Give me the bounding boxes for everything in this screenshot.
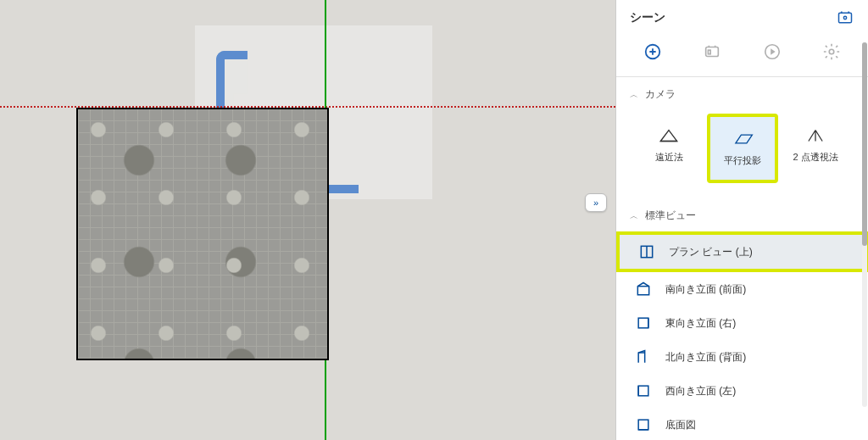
view-right[interactable]: 東向き立面 (右) (616, 306, 868, 340)
camera-mode-perspective[interactable]: 遠近法 (633, 114, 704, 176)
back-view-icon (635, 348, 652, 365)
view-label: 南向き立面 (前面) (665, 282, 746, 297)
section-camera-title: カメラ (645, 87, 676, 102)
panel-title: シーン (630, 10, 665, 25)
chevron-up-icon: ︿ (630, 210, 638, 222)
section-views-title: 標準ビュー (645, 209, 696, 223)
scenes-panel: シーン ︿ (615, 0, 868, 440)
chevron-right-double-icon: » (593, 198, 598, 208)
right-view-icon (635, 315, 652, 331)
svg-point-6 (829, 49, 834, 54)
front-view-icon (635, 281, 652, 298)
camera-mode-label: 2 点透視法 (793, 151, 837, 164)
svg-rect-4 (709, 50, 711, 54)
svg-rect-0 (839, 13, 852, 23)
plan-view-icon (638, 243, 655, 260)
model-viewport[interactable]: » (0, 0, 615, 440)
scenes-window-icon[interactable] (836, 8, 854, 27)
section-camera-header[interactable]: ︿ カメラ (616, 77, 868, 110)
view-bottom[interactable]: 底面図 (616, 408, 868, 440)
bottom-view-icon (635, 416, 652, 433)
chevron-up-icon: ︿ (630, 89, 638, 101)
panel-header: シーン (616, 0, 868, 34)
section-views-header[interactable]: ︿ 標準ビュー (616, 198, 868, 231)
view-label: 底面図 (665, 418, 696, 432)
left-view-icon (635, 382, 652, 399)
view-front[interactable]: 南向き立面 (前面) (616, 272, 868, 306)
svg-rect-10 (638, 420, 648, 430)
view-plan-top[interactable]: プラン ビュー (上) (616, 231, 868, 272)
panel-actions (616, 34, 868, 77)
camera-mode-two-point[interactable]: 2 点透視法 (780, 114, 851, 176)
panel-collapse-button[interactable]: » (585, 193, 607, 212)
camera-mode-label: 平行投影 (724, 154, 761, 167)
model-image[interactable] (76, 108, 329, 360)
view-label: 西向き立面 (左) (665, 384, 736, 398)
panel-scrollbar-thumb[interactable] (862, 42, 867, 246)
view-label: 東向き立面 (右) (665, 316, 736, 331)
camera-mode-parallel[interactable]: 平行投影 (707, 114, 778, 183)
view-left[interactable]: 西向き立面 (左) (616, 374, 868, 408)
standard-views-list: プラン ビュー (上) 南向き立面 (前面) 東向き立面 (右) (616, 231, 868, 440)
svg-point-1 (843, 16, 846, 19)
panel-scrollbar[interactable] (862, 42, 867, 407)
scene-settings-button[interactable] (822, 42, 841, 61)
svg-rect-8 (638, 318, 648, 328)
camera-modes: 遠近法 平行投影 2 点透視法 (616, 110, 868, 198)
camera-mode-label: 遠近法 (655, 151, 683, 164)
svg-rect-9 (638, 386, 648, 396)
view-label: プラン ビュー (上) (669, 245, 753, 259)
play-animation-button[interactable] (763, 42, 782, 61)
view-label: 北向き立面 (背面) (665, 350, 746, 365)
view-back[interactable]: 北向き立面 (背面) (616, 340, 868, 374)
update-scene-button[interactable] (703, 42, 721, 61)
add-scene-button[interactable] (643, 42, 662, 61)
